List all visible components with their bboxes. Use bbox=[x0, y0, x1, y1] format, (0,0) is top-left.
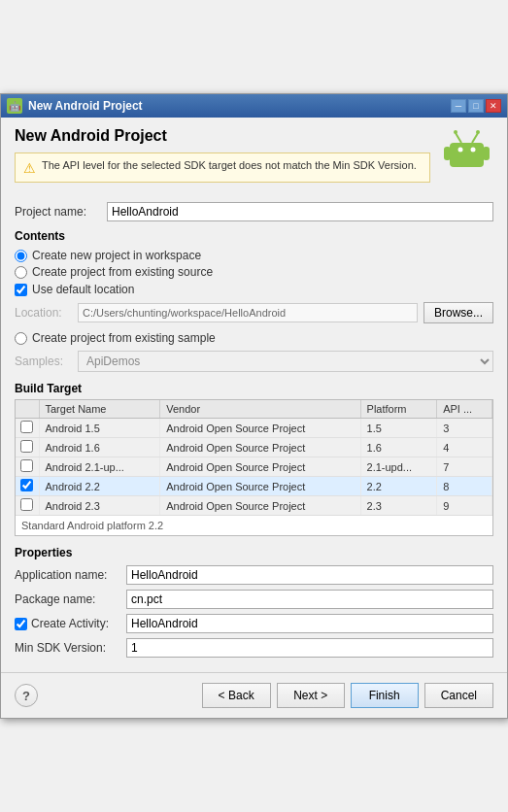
option-existing-sample-label: Create project from existing sample bbox=[32, 331, 216, 345]
col-header-check bbox=[16, 400, 39, 419]
min-sdk-input[interactable] bbox=[126, 638, 493, 658]
maximize-button[interactable]: □ bbox=[468, 99, 484, 113]
row-api: 7 bbox=[437, 457, 492, 477]
row-checkbox-cell[interactable] bbox=[16, 496, 39, 516]
finish-button[interactable]: Finish bbox=[351, 683, 419, 708]
main-window: 🤖 New Android Project ─ □ ✕ New Android … bbox=[0, 93, 508, 719]
svg-rect-4 bbox=[470, 157, 477, 167]
create-activity-checkbox[interactable] bbox=[15, 618, 27, 630]
use-default-location-row: Use default location bbox=[15, 283, 493, 296]
svg-point-9 bbox=[454, 130, 457, 134]
warning-text: The API level for the selected SDK targe… bbox=[42, 159, 417, 171]
row-platform: 2.2 bbox=[360, 477, 437, 496]
svg-line-7 bbox=[456, 133, 461, 143]
location-label: Location: bbox=[15, 306, 78, 320]
create-activity-label: Create Activity: bbox=[31, 617, 109, 630]
build-target-title: Build Target bbox=[15, 382, 493, 399]
option-new-project-radio[interactable] bbox=[15, 250, 27, 262]
location-input[interactable] bbox=[78, 303, 418, 322]
footer-right: < Back Next > Finish Cancel bbox=[202, 683, 493, 708]
package-name-input[interactable] bbox=[126, 590, 493, 609]
footer-left: ? bbox=[15, 684, 38, 707]
next-button[interactable]: Next > bbox=[277, 683, 345, 708]
window-icon: 🤖 bbox=[7, 98, 22, 114]
option-existing-source-radio[interactable] bbox=[15, 266, 27, 279]
row-vendor: Android Open Source Project bbox=[160, 457, 360, 477]
svg-point-6 bbox=[471, 148, 476, 152]
row-checkbox-cell[interactable] bbox=[16, 438, 39, 457]
properties-section: Properties Application name: Package nam… bbox=[15, 546, 493, 658]
browse-button[interactable]: Browse... bbox=[423, 302, 493, 323]
package-name-label: Package name: bbox=[15, 592, 126, 606]
option-existing-sample-radio[interactable] bbox=[15, 332, 27, 345]
dialog-content: New Android Project ⚠ The API level for … bbox=[1, 118, 507, 672]
row-checkbox[interactable] bbox=[20, 440, 33, 453]
row-checkbox-cell[interactable] bbox=[16, 477, 39, 496]
app-name-label: Application name: bbox=[15, 568, 126, 582]
row-target-name: Android 1.6 bbox=[39, 438, 160, 457]
app-name-input[interactable] bbox=[126, 565, 493, 585]
col-header-platform: Platform bbox=[360, 400, 437, 419]
table-row: Android 2.1-up... Android Open Source Pr… bbox=[16, 457, 492, 477]
use-default-location-checkbox[interactable] bbox=[15, 284, 27, 296]
row-target-name: Android 2.1-up... bbox=[39, 457, 160, 477]
svg-rect-1 bbox=[444, 147, 451, 160]
back-button[interactable]: < Back bbox=[202, 683, 271, 708]
table-row: Android 1.5 Android Open Source Project … bbox=[16, 419, 492, 438]
help-button[interactable]: ? bbox=[15, 684, 38, 707]
svg-point-5 bbox=[458, 148, 463, 152]
table-header-row: Target Name Vendor Platform API ... bbox=[16, 400, 492, 419]
project-name-input[interactable] bbox=[107, 202, 493, 221]
row-checkbox[interactable] bbox=[20, 421, 33, 433]
samples-row: Samples: ApiDemos bbox=[15, 351, 493, 372]
row-checkbox-cell[interactable] bbox=[16, 419, 39, 438]
option-existing-source-label: Create project from existing source bbox=[32, 265, 213, 279]
row-target-name: Android 2.3 bbox=[39, 496, 160, 516]
table-row: Android 2.2 Android Open Source Project … bbox=[16, 477, 492, 496]
app-name-row: Application name: bbox=[15, 565, 493, 585]
row-vendor: Android Open Source Project bbox=[160, 496, 360, 516]
row-checkbox-cell[interactable] bbox=[16, 457, 39, 477]
title-bar-controls: ─ □ ✕ bbox=[451, 99, 501, 113]
row-api: 4 bbox=[437, 438, 492, 457]
standard-platform-text: Standard Android platform 2.2 bbox=[16, 515, 492, 535]
create-activity-row: Create Activity: bbox=[15, 614, 493, 633]
col-header-target: Target Name bbox=[39, 400, 160, 419]
build-target-table: Target Name Vendor Platform API ... Andr… bbox=[16, 400, 492, 515]
close-button[interactable]: ✕ bbox=[486, 99, 501, 113]
row-checkbox[interactable] bbox=[20, 459, 33, 472]
project-name-label: Project name: bbox=[15, 205, 107, 219]
android-logo bbox=[440, 123, 493, 180]
contents-title: Contents bbox=[15, 229, 493, 243]
project-name-row: Project name: bbox=[15, 202, 493, 221]
row-checkbox[interactable] bbox=[20, 479, 33, 491]
warning-icon: ⚠ bbox=[23, 160, 36, 176]
window-title: New Android Project bbox=[28, 99, 143, 113]
min-sdk-label: Min SDK Version: bbox=[15, 641, 126, 655]
col-header-api: API ... bbox=[437, 400, 492, 419]
footer-buttons: ? < Back Next > Finish Cancel bbox=[1, 672, 507, 718]
row-api: 9 bbox=[437, 496, 492, 516]
row-target-name: Android 1.5 bbox=[39, 419, 160, 438]
svg-point-10 bbox=[476, 130, 480, 134]
option-new-project-row: Create new project in workspace bbox=[15, 249, 493, 262]
page-header: New Android Project ⚠ The API level for … bbox=[15, 127, 493, 192]
svg-rect-3 bbox=[457, 157, 463, 167]
row-vendor: Android Open Source Project bbox=[160, 438, 360, 457]
title-bar: 🤖 New Android Project ─ □ ✕ bbox=[1, 94, 507, 118]
minimize-button[interactable]: ─ bbox=[451, 99, 466, 113]
build-target-section: Build Target Target Name Vendor Platform… bbox=[15, 382, 493, 536]
row-target-name: Android 2.2 bbox=[39, 477, 160, 496]
row-platform: 1.6 bbox=[360, 438, 437, 457]
row-checkbox[interactable] bbox=[20, 498, 33, 511]
svg-rect-0 bbox=[450, 143, 484, 167]
row-vendor: Android Open Source Project bbox=[160, 477, 360, 496]
create-activity-input[interactable] bbox=[126, 614, 493, 633]
create-activity-label-group: Create Activity: bbox=[15, 617, 126, 630]
samples-select[interactable]: ApiDemos bbox=[78, 351, 493, 372]
option-existing-source-row: Create project from existing source bbox=[15, 265, 493, 279]
samples-label: Samples: bbox=[15, 355, 78, 368]
cancel-button[interactable]: Cancel bbox=[424, 683, 493, 708]
col-header-vendor: Vendor bbox=[160, 400, 360, 419]
row-api: 8 bbox=[437, 477, 492, 496]
